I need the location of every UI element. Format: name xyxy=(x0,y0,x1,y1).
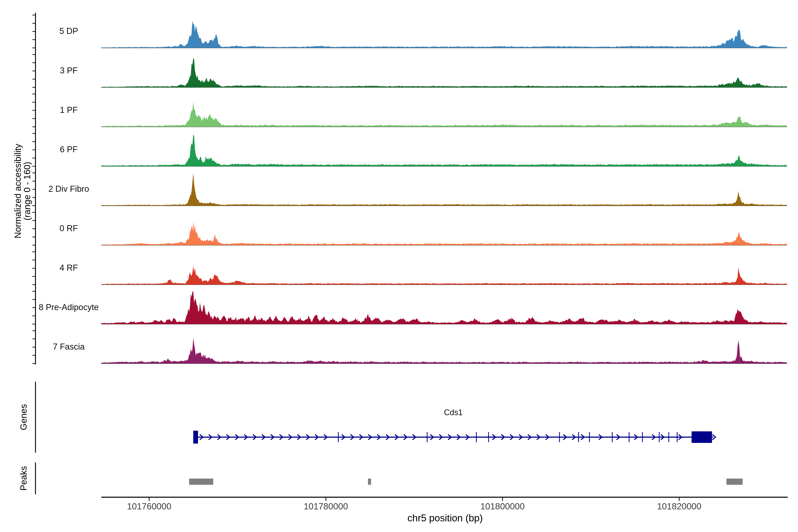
peak-interval-bar xyxy=(189,479,213,485)
peak-interval-bar xyxy=(726,479,743,485)
coverage-plot-page: { "y_axis": { "label_line1": "Normalized… xyxy=(0,0,798,532)
coverage-area-4-rf xyxy=(101,266,787,285)
coverage-area-6-pf xyxy=(101,134,787,166)
track-label: 1 PF xyxy=(18,105,120,115)
coverage-area-5-dp xyxy=(101,21,787,48)
track-label: 8 Pre-Adipocyte xyxy=(18,302,120,312)
coverage-area-7-fascia xyxy=(101,338,787,363)
track-label: 5 DP xyxy=(18,26,120,36)
coverage-area-3-pf xyxy=(101,58,787,87)
coverage-area-1-pf xyxy=(101,102,787,127)
coverage-area-2-div-fibro xyxy=(101,173,787,206)
coverage-area-0-rf xyxy=(101,222,787,245)
x-tick-label: 101800000 xyxy=(474,501,531,511)
peak-interval-bar xyxy=(368,479,371,485)
x-tick-label: 101820000 xyxy=(650,501,708,511)
track-label: 3 PF xyxy=(18,65,120,75)
x-tick-label: 101780000 xyxy=(297,501,355,511)
plot-canvas xyxy=(0,0,798,532)
peaks-section-label: Peaks xyxy=(19,443,29,514)
coverage-area-8-pre-adipocyte xyxy=(101,291,787,324)
gene-body-line xyxy=(194,437,713,438)
track-label: 6 PF xyxy=(18,145,120,154)
track-label: 0 RF xyxy=(18,224,120,233)
gene-end-exon xyxy=(691,431,712,443)
genes-section-label: Genes xyxy=(19,382,29,453)
track-label: 2 Div Fibro xyxy=(18,184,120,194)
gene-start-exon xyxy=(193,431,198,443)
gene-name-label: Cds1 xyxy=(420,408,487,417)
x-tick-label: 101760000 xyxy=(120,501,178,511)
x-axis-title: chr5 position (bp) xyxy=(367,513,523,524)
track-label: 4 RF xyxy=(18,263,120,273)
track-label: 7 Fascia xyxy=(18,342,120,352)
